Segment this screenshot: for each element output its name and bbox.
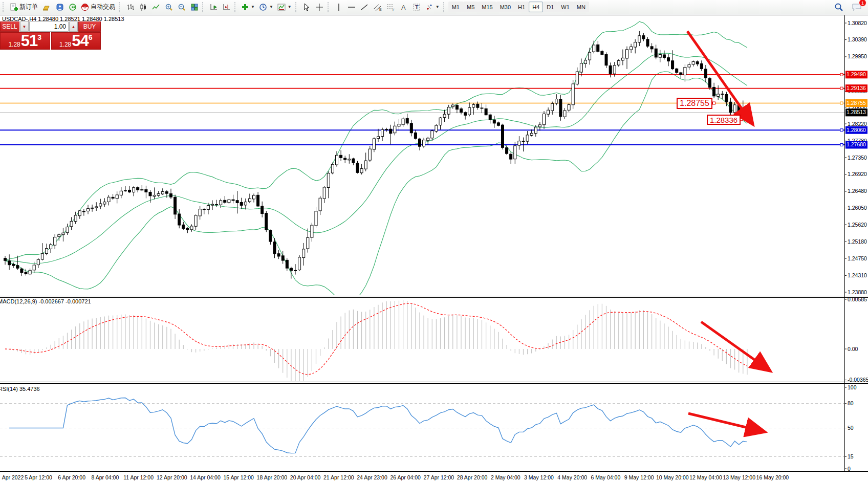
svg-text:10 May 20:00: 10 May 20:00	[656, 474, 689, 480]
price-annotation-128755[interactable]: 1.28755	[677, 98, 712, 109]
svg-text:1.26480: 1.26480	[848, 188, 867, 194]
horizontal-level-lines[interactable]	[0, 73, 844, 146]
volume-decrease-button[interactable]: ▼	[20, 21, 29, 32]
timeframe-w1[interactable]: W1	[557, 2, 573, 12]
svg-text:27 Apr 12:00: 27 Apr 12:00	[424, 474, 454, 480]
svg-text:1.30820: 1.30820	[848, 20, 867, 26]
notifications-button[interactable]: 1	[850, 1, 864, 13]
trend-arrows[interactable]	[687, 31, 767, 431]
svg-text:6 May 04:00: 6 May 04:00	[591, 474, 621, 480]
svg-text:20 Apr 04:00: 20 Apr 04:00	[290, 474, 321, 480]
level-handle[interactable]	[840, 73, 843, 76]
text-button[interactable]: A	[398, 1, 410, 13]
svg-text:4 May 20:00: 4 May 20:00	[557, 474, 587, 480]
svg-text:1.28513: 1.28513	[847, 109, 866, 115]
search-icon	[834, 3, 843, 12]
svg-text:1.29950: 1.29950	[848, 53, 867, 59]
svg-text:28 Apr 20:00: 28 Apr 20:00	[457, 474, 488, 480]
buy-price-display[interactable]: 1.28 54 6	[51, 32, 101, 50]
sell-price-display[interactable]: 1.28 51 3	[0, 32, 50, 50]
bollinger-bands	[5, 21, 747, 303]
level-handle[interactable]	[840, 143, 843, 146]
gold-button[interactable]	[40, 1, 53, 13]
mt4-terminal: 新订单	[0, 0, 868, 482]
tile-windows-button[interactable]	[188, 1, 201, 13]
svg-text:1.29490: 1.29490	[847, 71, 866, 77]
one-click-trading-panel: SELL ▼ ▲ BUY 1.28 51 3 1.28 54 6	[0, 21, 101, 50]
equidistant-channel-icon: E	[373, 3, 382, 11]
messenger-button[interactable]	[53, 1, 66, 13]
indicators-plus-icon	[242, 4, 249, 11]
timeframe-mn[interactable]: MN	[573, 2, 589, 12]
timeframe-h1[interactable]: H1	[514, 2, 529, 12]
autotrading-button[interactable]: 自动交易	[79, 1, 117, 13]
svg-text:1.26050: 1.26050	[848, 205, 867, 211]
trendline-button[interactable]	[358, 1, 371, 13]
indicators-button[interactable]: ▼	[240, 1, 257, 13]
chart-shift-button[interactable]	[220, 1, 233, 13]
price-annotation-128336[interactable]: 1.28336	[707, 115, 741, 125]
line-chart-button[interactable]	[149, 1, 162, 13]
vertical-line-button[interactable]	[333, 1, 345, 13]
equidistant-channel-button[interactable]: E	[371, 1, 384, 13]
macd-label: MACD(12,26,9) -0.002667 -0.000721	[0, 298, 91, 304]
sell-button[interactable]: SELL	[0, 21, 19, 32]
text-icon: A	[400, 3, 407, 11]
svg-text:9 May 12:00: 9 May 12:00	[624, 474, 654, 480]
svg-text:2 May 04:00: 2 May 04:00	[491, 474, 520, 480]
svg-text:1.25180: 1.25180	[848, 238, 867, 245]
templates-button[interactable]: ▼	[275, 1, 294, 13]
zoom-out-button[interactable]	[175, 1, 188, 13]
level-handle[interactable]	[840, 87, 843, 90]
sell-price-prefix: 1.28	[8, 41, 20, 48]
price-chart-canvas[interactable]: 1.308201.303901.299501.290601.286501.282…	[0, 0, 868, 482]
timeframe-m1[interactable]: M1	[448, 2, 463, 12]
svg-text:16 May 20:00: 16 May 20:00	[756, 474, 789, 480]
messenger-icon	[56, 3, 64, 11]
search-button[interactable]	[832, 1, 845, 13]
svg-text:0.00585: 0.00585	[848, 296, 867, 302]
timeframe-m30[interactable]: M30	[496, 2, 514, 12]
dropdown-caret: ▼	[251, 5, 255, 9]
auto-scroll-icon	[210, 3, 218, 11]
svg-text:12 May 04:00: 12 May 04:00	[689, 474, 722, 480]
autotrading-label: 自动交易	[91, 3, 115, 11]
bar-chart-button[interactable]	[124, 1, 137, 13]
svg-text:1.24750: 1.24750	[848, 255, 867, 261]
autotrading-icon	[81, 3, 89, 11]
level-handle[interactable]	[840, 129, 843, 132]
timeframe-m15[interactable]: M15	[478, 2, 496, 12]
text-label-button[interactable]: T	[410, 1, 423, 13]
timeframe-d1[interactable]: D1	[543, 2, 557, 12]
cursor-button[interactable]	[300, 1, 313, 13]
buy-price-prefix: 1.28	[59, 41, 71, 48]
annotation-handle[interactable]	[713, 102, 715, 104]
horizontal-line-button[interactable]	[345, 1, 358, 13]
new-order-button[interactable]: 新订单	[8, 1, 40, 13]
trendline-icon	[360, 3, 368, 11]
buy-button[interactable]: BUY	[78, 21, 101, 32]
rsi-indicator	[0, 398, 844, 457]
periods-button[interactable]: ▼	[257, 1, 275, 13]
price-display-row: 1.28 51 3 1.28 54 6	[0, 32, 101, 50]
candles-layer[interactable]	[4, 31, 749, 279]
signal-button[interactable]	[66, 1, 79, 13]
timeframe-m5[interactable]: M5	[463, 2, 478, 12]
level-handle[interactable]	[840, 102, 843, 104]
fibonacci-button[interactable]: F	[384, 1, 398, 13]
order-controls-row: SELL ▼ ▲ BUY	[0, 21, 101, 32]
arrow-objects-button[interactable]: ▼	[423, 1, 442, 13]
annotation-handle[interactable]	[741, 118, 743, 121]
candlestick-chart-button[interactable]	[137, 1, 149, 13]
crosshair-button[interactable]	[313, 1, 326, 13]
timeframe-h4[interactable]: H4	[529, 2, 543, 12]
sell-price-main: 51	[21, 33, 37, 48]
template-icon	[277, 3, 286, 11]
volume-input[interactable]	[29, 21, 69, 32]
volume-increase-button[interactable]: ▲	[69, 21, 78, 32]
pane-borders	[0, 15, 868, 472]
zoom-in-button[interactable]	[162, 1, 175, 13]
svg-text:1.25620: 1.25620	[848, 222, 867, 228]
fibonacci-icon: F	[386, 3, 396, 11]
auto-scroll-button[interactable]	[207, 1, 220, 13]
